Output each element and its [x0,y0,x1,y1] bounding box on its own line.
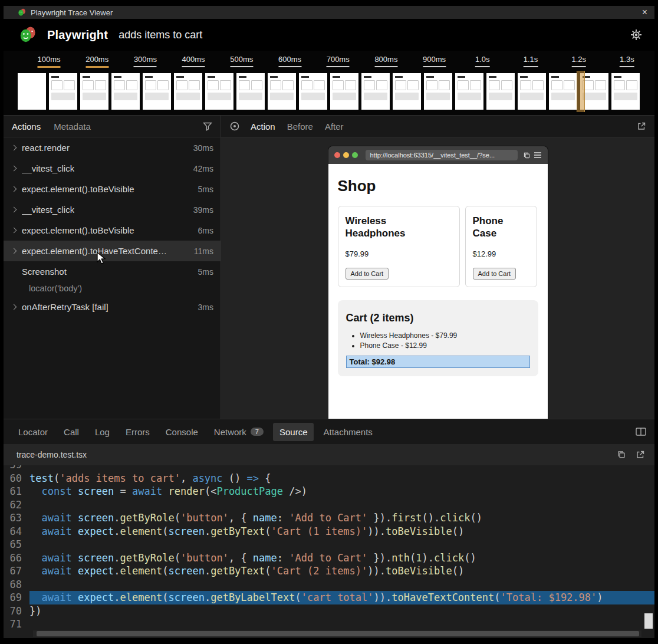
thumbnail-sketch [551,76,559,78]
timeline[interactable]: 100ms200ms300ms400ms500ms600ms700ms800ms… [4,51,654,116]
chevron-right-icon[interactable] [9,247,18,255]
split-view-icon[interactable] [636,427,646,436]
actions-panel: Actions Metadata react.render30ms__vites… [4,116,221,419]
timeline-thumbnail[interactable] [18,73,46,110]
thumbnail-sketch [239,93,262,100]
thumbnail-sketch [239,76,246,78]
timeline-thumbnail[interactable] [268,73,296,110]
thumbnail-sketch [489,80,500,90]
thumbnail-sketch [333,93,356,100]
vertical-scrollbar[interactable] [644,466,653,629]
add-to-cart-button[interactable]: Add to Cart [346,268,389,280]
timeline-thumbnail[interactable] [299,73,327,110]
cart-items: Wireless Headphones - $79.99Phone Case -… [346,331,530,350]
chevron-right-icon[interactable] [9,303,18,311]
timeline-thumbnail[interactable] [49,73,77,110]
thumbnail-sketch [520,76,528,78]
horizontal-scrollbar[interactable] [33,630,641,637]
code-token: screen [169,592,205,603]
tab-after[interactable]: After [325,121,344,132]
tab-errors[interactable]: Errors [119,423,156,441]
code-token: (< [205,485,216,497]
timeline-thumbnail[interactable] [611,73,640,110]
code-token: ProductPage [216,485,283,497]
thumbnail-sketch [458,93,481,100]
tab-label: Console [166,427,198,437]
horizontal-scrollbar-thumb[interactable] [37,631,639,636]
open-source-external-icon[interactable] [636,450,645,459]
tab-log[interactable]: Log [88,423,116,441]
tab-attachments[interactable]: Attachments [317,423,379,441]
timeline-thumbnail[interactable] [455,73,483,110]
tab-source[interactable]: Source [273,423,314,441]
timeline-thumbnail[interactable] [424,73,452,110]
action-row[interactable]: react.render30ms [4,137,221,158]
thumbnail-sketch [145,80,156,90]
action-row[interactable]: expect.element().toHaveTextConte…11ms [4,241,221,261]
filter-icon[interactable] [203,121,212,131]
thumbnail-sketch [532,80,544,90]
thumbnail-sketch [614,76,621,78]
line-number: 64 [4,525,29,538]
timeline-thumbnail[interactable] [393,73,421,110]
snapshot-panel: Action Before After http://localhost:633… [221,116,654,419]
thumbnail-sketch [83,80,94,90]
action-row[interactable]: onAfterRetryTask [fail]3ms [4,297,221,317]
code-token: screen [78,485,114,497]
timeline-thumbnail[interactable] [143,73,171,110]
code-token: 'button' [180,552,229,564]
timeline-thumbnail[interactable] [518,73,546,110]
tab-label: Call [64,427,79,437]
open-external-icon[interactable] [637,121,646,131]
code-token: . [434,512,440,524]
pick-locator-icon[interactable] [229,121,240,132]
chevron-right-icon[interactable] [9,206,18,214]
close-icon[interactable]: × [642,8,647,17]
code-token: . [114,512,120,524]
tab-action[interactable]: Action [251,121,275,132]
tab-actions[interactable]: Actions [12,121,41,132]
tab-locator[interactable]: Locator [12,423,54,441]
timeline-thumbnail[interactable] [330,73,358,110]
copy-source-icon[interactable] [617,450,626,459]
thumbnail-sketch [626,80,637,90]
thumbnail-sketch [407,80,419,90]
tab-console[interactable]: Console [159,423,205,441]
timeline-thumbnail[interactable] [80,73,108,110]
code-token: screen [169,525,205,537]
copy-url-icon[interactable] [523,152,531,159]
action-row[interactable]: expect.element().toBeVisible5ms [4,179,221,199]
code-token: expect [78,592,114,603]
timeline-thumbnail[interactable] [486,73,515,110]
timeline-thumbnail[interactable] [174,73,202,110]
tab-call[interactable]: Call [57,423,85,441]
timeline-thumbnail[interactable] [236,73,265,110]
settings-gear-icon[interactable] [630,28,643,41]
add-to-cart-button[interactable]: Add to Cart [473,268,516,280]
tab-network[interactable]: Network7 [208,423,270,441]
action-row[interactable]: __vitest_click39ms [4,199,221,220]
timeline-thumbnail[interactable] [549,73,577,110]
chevron-right-icon[interactable] [9,144,18,152]
thumbnail-sketch [489,80,512,90]
menu-icon[interactable] [534,152,542,159]
code-token [72,565,78,577]
tab-before[interactable]: Before [287,121,313,132]
thumbnail-sketch [458,76,465,78]
action-label: __vitest_click [22,163,74,173]
code-token: await [41,512,71,524]
action-row[interactable]: __vitest_click42ms [4,158,221,179]
chevron-right-icon[interactable] [9,185,18,193]
thumbnail-sketch [83,93,106,100]
tab-metadata[interactable]: Metadata [54,121,91,132]
timeline-thumbnail[interactable] [111,73,140,110]
chevron-right-icon[interactable] [9,226,18,235]
timeline-thumbnail[interactable] [361,73,390,110]
line-number: 69 [4,591,29,604]
vertical-scrollbar-thumb[interactable] [644,613,653,629]
thumbnail-sketch [395,76,403,78]
timeline-thumbnail[interactable] [205,73,233,110]
chevron-right-icon[interactable] [9,165,18,173]
action-row[interactable]: Screenshot5ms [4,261,221,282]
action-row[interactable]: expect.element().toBeVisible6ms [4,220,221,241]
